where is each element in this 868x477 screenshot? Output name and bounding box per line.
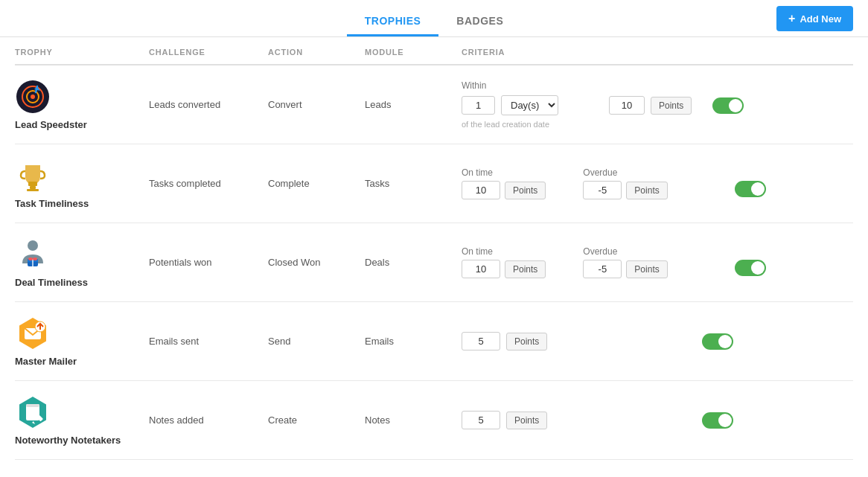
deal-overdue-points-btn[interactable]: Points xyxy=(626,260,667,278)
app-container: TROPHIES BADGES + Add New TROPHY CHALLEN… xyxy=(0,0,868,477)
table-row: Deal Timeliness Potentials won Closed Wo… xyxy=(15,223,853,302)
on-time-group: On time Points xyxy=(462,167,546,199)
lead-speedster-points-input[interactable] xyxy=(609,96,645,115)
task-ontime-input[interactable] xyxy=(462,181,500,199)
noteworthy-name: Noteworthy Notetakers xyxy=(15,435,121,446)
lead-creation-sub: of the lead creation date xyxy=(462,120,853,129)
deal-overdue-label: Overdue xyxy=(583,246,667,257)
svg-point-13 xyxy=(28,257,33,260)
svg-rect-21 xyxy=(26,404,39,407)
lead-speedster-icon xyxy=(15,79,51,115)
task-timeliness-criteria: On time Points Overdue Points xyxy=(462,167,853,199)
col-trophy: TROPHY xyxy=(15,48,149,57)
deal-on-time-group: On time Points xyxy=(462,246,546,278)
within-label: Within xyxy=(462,80,853,91)
trophy-cell-noteworthy: Noteworthy Notetakers xyxy=(15,394,149,446)
lead-speedster-action: Convert xyxy=(268,99,365,110)
task-timeliness-module: Tasks xyxy=(365,178,462,189)
lead-speedster-criteria: Within Day(s) Points of the lead creatio… xyxy=(462,80,853,129)
lead-speedster-toggle[interactable] xyxy=(712,97,744,114)
plus-icon: + xyxy=(788,12,795,25)
lead-speedster-module: Leads xyxy=(365,99,462,110)
deal-timeliness-icon xyxy=(15,237,51,272)
master-mailer-challenge: Emails sent xyxy=(149,336,268,347)
col-action: ACTION xyxy=(268,48,365,57)
noteworthy-criteria: Points xyxy=(462,411,853,429)
noteworthy-notetakers-icon xyxy=(15,394,51,430)
deal-on-time-label: On time xyxy=(462,246,546,257)
table-header: TROPHY CHALLENGE ACTION MODULE CRITERIA xyxy=(15,37,853,65)
noteworthy-module: Notes xyxy=(365,414,462,426)
task-timeliness-action: Complete xyxy=(268,178,365,189)
add-new-button[interactable]: + Add New xyxy=(776,6,853,31)
deal-timeliness-toggle[interactable] xyxy=(735,260,766,276)
svg-point-14 xyxy=(33,257,37,260)
deal-overdue-group: Overdue Points xyxy=(583,246,667,278)
deal-overdue-input[interactable] xyxy=(583,260,622,278)
svg-point-9 xyxy=(28,240,38,251)
master-mailer-points-input[interactable] xyxy=(462,332,500,350)
master-mailer-toggle[interactable] xyxy=(702,333,733,350)
trophies-table: TROPHY CHALLENGE ACTION MODULE CRITERIA xyxy=(0,37,868,460)
master-mailer-module: Emails xyxy=(365,336,462,347)
master-mailer-icon xyxy=(15,316,51,351)
on-time-label: On time xyxy=(462,167,546,178)
tab-badges[interactable]: BADGES xyxy=(438,7,521,36)
noteworthy-points-input[interactable] xyxy=(462,411,500,429)
deal-timeliness-challenge: Potentials won xyxy=(149,257,268,268)
svg-rect-7 xyxy=(27,189,39,191)
deal-ontime-points-btn[interactable]: Points xyxy=(505,260,546,278)
noteworthy-challenge: Notes added xyxy=(149,414,268,426)
trophy-cell-deal-timeliness: Deal Timeliness xyxy=(15,237,149,288)
noteworthy-toggle[interactable] xyxy=(702,412,733,429)
master-mailer-points-btn[interactable]: Points xyxy=(506,333,547,350)
task-timeliness-toggle[interactable] xyxy=(735,181,766,197)
svg-rect-6 xyxy=(30,186,36,189)
overdue-group: Overdue Points xyxy=(583,167,667,199)
task-timeliness-name: Task Timeliness xyxy=(15,198,89,209)
tab-trophies[interactable]: TROPHIES xyxy=(347,7,439,36)
task-ontime-points-btn[interactable]: Points xyxy=(505,182,546,199)
task-timeliness-challenge: Tasks completed xyxy=(149,178,268,189)
svg-rect-8 xyxy=(28,182,37,186)
table-row: Task Timeliness Tasks completed Complete… xyxy=(15,144,853,223)
master-mailer-name: Master Mailer xyxy=(15,356,77,367)
svg-point-3 xyxy=(31,95,35,99)
table-row: Lead Speedster Leads converted Convert L… xyxy=(15,65,853,144)
deal-ontime-input[interactable] xyxy=(462,260,500,278)
table-row: Noteworthy Notetakers Notes added Create… xyxy=(15,381,853,460)
day-unit-select[interactable]: Day(s) xyxy=(501,95,558,115)
master-mailer-criteria: Points xyxy=(462,332,853,350)
trophy-cell-master-mailer: Master Mailer xyxy=(15,316,149,367)
deal-timeliness-action: Closed Won xyxy=(268,257,365,268)
lead-speedster-challenge: Leads converted xyxy=(149,99,268,110)
trophy-cell-task-timeliness: Task Timeliness xyxy=(15,158,149,209)
deal-timeliness-module: Deals xyxy=(365,257,462,268)
col-challenge: CHALLENGE xyxy=(149,48,268,57)
trophy-cell-lead-speedster: Lead Speedster xyxy=(15,79,149,130)
noteworthy-points-btn[interactable]: Points xyxy=(506,412,547,429)
table-row: Master Mailer Emails sent Send Emails Po… xyxy=(15,302,853,381)
col-module: MODULE xyxy=(365,48,462,57)
task-overdue-input[interactable] xyxy=(583,181,622,199)
tabs-bar: TROPHIES BADGES + Add New xyxy=(0,0,868,37)
within-value-input[interactable] xyxy=(462,96,495,115)
col-criteria: CRITERIA xyxy=(462,48,853,57)
lead-speedster-name: Lead Speedster xyxy=(15,119,87,130)
task-overdue-points-btn[interactable]: Points xyxy=(626,182,667,199)
lead-speedster-points-btn[interactable]: Points xyxy=(651,97,692,115)
task-timeliness-icon xyxy=(15,158,51,193)
overdue-label: Overdue xyxy=(583,167,667,178)
add-new-label: Add New xyxy=(800,13,841,25)
deal-timeliness-name: Deal Timeliness xyxy=(15,277,88,288)
noteworthy-action: Create xyxy=(268,414,365,426)
master-mailer-action: Send xyxy=(268,336,365,347)
deal-timeliness-criteria: On time Points Overdue Points xyxy=(462,246,853,278)
